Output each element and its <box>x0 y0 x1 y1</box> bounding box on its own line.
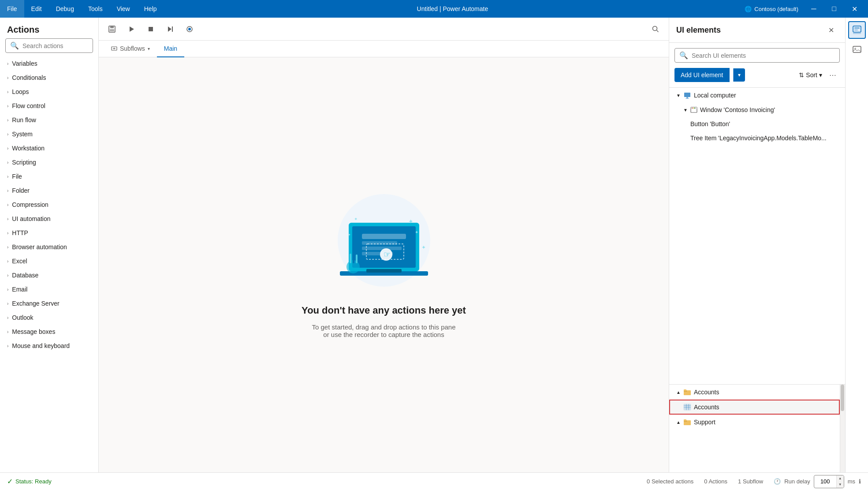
actions-panel: Actions 🔍 › Variables › Conditionals › L… <box>0 18 99 472</box>
check-circle-icon: ✓ <box>7 477 13 486</box>
svg-rect-33 <box>684 93 690 97</box>
sort-icon: ⇅ <box>799 71 804 79</box>
maximize-button[interactable]: □ <box>824 0 844 18</box>
center-panel: Subflows ▾ Main <box>99 18 669 472</box>
status-ready: ✓ Status: Ready <box>7 477 52 486</box>
run-delay-section: 🕐 Run delay ▲ ▼ ms ℹ <box>774 475 861 488</box>
close-button[interactable]: ✕ <box>844 0 864 18</box>
action-item-flow-control[interactable]: › Flow control <box>0 99 98 113</box>
svg-rect-1 <box>110 26 114 28</box>
menu-file[interactable]: File <box>0 0 24 18</box>
account-info[interactable]: 🌐 Contoso (default) <box>741 6 802 12</box>
search-button[interactable] <box>648 21 663 37</box>
account-name: Contoso (default) <box>754 6 798 12</box>
action-item-email[interactable]: › Email <box>0 282 98 296</box>
action-item-database[interactable]: › Database <box>0 268 98 282</box>
action-label: Outlook <box>12 314 33 321</box>
ui-search-box[interactable]: 🔍 <box>674 48 840 63</box>
tab-subflows-label: Subflows <box>120 45 145 52</box>
subflow-count: 1 Subflow <box>738 478 763 485</box>
menu-debug[interactable]: Debug <box>49 0 81 18</box>
collapse-icon: ▼ <box>683 108 688 112</box>
action-item-conditionals[interactable]: › Conditionals <box>0 71 98 85</box>
next-step-button[interactable] <box>162 21 178 37</box>
tree-item-button[interactable]: Button 'Button' <box>669 117 845 131</box>
action-item-workstation[interactable]: › Workstation <box>0 141 98 155</box>
chevron-right-icon: › <box>7 160 8 165</box>
action-item-mouse-and-keyboard[interactable]: › Mouse and keyboard <box>0 339 98 353</box>
tree-item-accounts-table[interactable]: Accounts <box>669 400 840 415</box>
sort-button[interactable]: ⇅ Sort ▾ <box>799 71 822 79</box>
action-item-ui-automation[interactable]: › UI automation <box>0 212 98 226</box>
add-ui-element-dropdown[interactable]: ▾ <box>733 68 745 82</box>
chevron-right-icon: › <box>7 132 8 137</box>
action-label: Mouse and keyboard <box>12 342 70 349</box>
tree-item-accounts-folder[interactable]: ▲ Accounts <box>669 385 840 400</box>
action-item-variables[interactable]: › Variables <box>0 56 98 71</box>
action-label: Compression <box>12 201 48 208</box>
run-delay-input-wrap[interactable]: ▲ ▼ <box>814 475 844 488</box>
action-item-folder[interactable]: › Folder <box>0 183 98 198</box>
action-item-http[interactable]: › HTTP <box>0 226 98 240</box>
empty-state-subtitle: To get started, drag and drop actions to… <box>312 323 455 338</box>
action-item-browser-automation[interactable]: › Browser automation <box>0 240 98 254</box>
menu-help[interactable]: Help <box>137 0 164 18</box>
ui-elements-sidebar-button[interactable] <box>848 21 866 39</box>
action-item-exchange-server[interactable]: › Exchange Server <box>0 296 98 310</box>
actions-search-box[interactable]: 🔍 <box>5 38 93 53</box>
tab-main[interactable]: Main <box>157 41 184 57</box>
tree-item-window-contoso[interactable]: ▼ Window 'Contoso Invoicing' <box>669 103 845 117</box>
tree-item-local-computer[interactable]: ▼ Local computer <box>669 88 845 103</box>
tab-subflows[interactable]: Subflows ▾ <box>104 41 157 57</box>
search-input[interactable] <box>22 42 88 49</box>
svg-line-10 <box>657 30 659 32</box>
run-delay-input[interactable] <box>814 476 836 486</box>
close-ui-panel-button[interactable]: ✕ <box>824 23 838 37</box>
stop-button[interactable] <box>143 21 159 37</box>
record-button[interactable] <box>182 21 197 37</box>
chevron-right-icon: › <box>7 104 8 108</box>
action-item-compression[interactable]: › Compression <box>0 198 98 212</box>
save-button[interactable] <box>104 21 120 37</box>
action-item-message-boxes[interactable]: › Message boxes <box>0 325 98 339</box>
tree-item-support-folder[interactable]: ▲ Support <box>669 415 840 430</box>
menu-tools[interactable]: Tools <box>81 0 110 18</box>
action-item-outlook[interactable]: › Outlook <box>0 310 98 325</box>
action-item-excel[interactable]: › Excel <box>0 254 98 268</box>
action-item-file[interactable]: › File <box>0 169 98 183</box>
app-title: Untitled | Power Automate <box>164 5 741 12</box>
svg-rect-4 <box>149 27 153 31</box>
more-options-button[interactable]: ⋯ <box>826 68 840 82</box>
action-item-scripting[interactable]: › Scripting <box>0 155 98 169</box>
run-delay-up[interactable]: ▲ <box>837 475 844 482</box>
add-ui-element-button[interactable]: Add UI element <box>674 68 730 82</box>
ui-elements-tree: ▼ Local computer ▼ Window 'Cont <box>669 87 845 384</box>
minimize-button[interactable]: ─ <box>804 0 824 18</box>
action-item-system[interactable]: › System <box>0 127 98 141</box>
ui-search-input[interactable] <box>692 52 835 59</box>
action-item-loops[interactable]: › Loops <box>0 85 98 99</box>
action-item-run-flow[interactable]: › Run flow <box>0 113 98 127</box>
svg-point-9 <box>653 26 657 30</box>
far-right-sidebar <box>845 18 868 472</box>
svg-rect-17 <box>362 247 402 250</box>
window-controls: ─ □ ✕ <box>804 0 864 18</box>
menu-view[interactable]: View <box>110 0 137 18</box>
chevron-down-icon: ▾ <box>819 71 822 79</box>
images-sidebar-button[interactable] <box>848 41 866 58</box>
action-label: Email <box>12 286 27 293</box>
chevron-right-icon: › <box>7 75 8 80</box>
svg-marker-5 <box>168 26 171 32</box>
title-bar: File Edit Debug Tools View Help Untitled… <box>0 0 868 18</box>
svg-rect-44 <box>684 404 691 410</box>
tree-item-legacy[interactable]: Tree Item 'LegacyInvoicingApp.Models.Tab… <box>669 131 845 145</box>
run-delay-down[interactable]: ▼ <box>837 482 844 488</box>
info-icon[interactable]: ℹ <box>859 478 861 485</box>
svg-text:✦: ✦ <box>421 244 426 251</box>
run-button[interactable] <box>123 21 139 37</box>
action-label: Scripting <box>12 159 36 166</box>
run-delay-spinners: ▲ ▼ <box>836 475 844 488</box>
menu-edit[interactable]: Edit <box>24 0 49 18</box>
collapse-icon: ▲ <box>676 420 681 425</box>
svg-text:✦: ✦ <box>354 217 358 221</box>
